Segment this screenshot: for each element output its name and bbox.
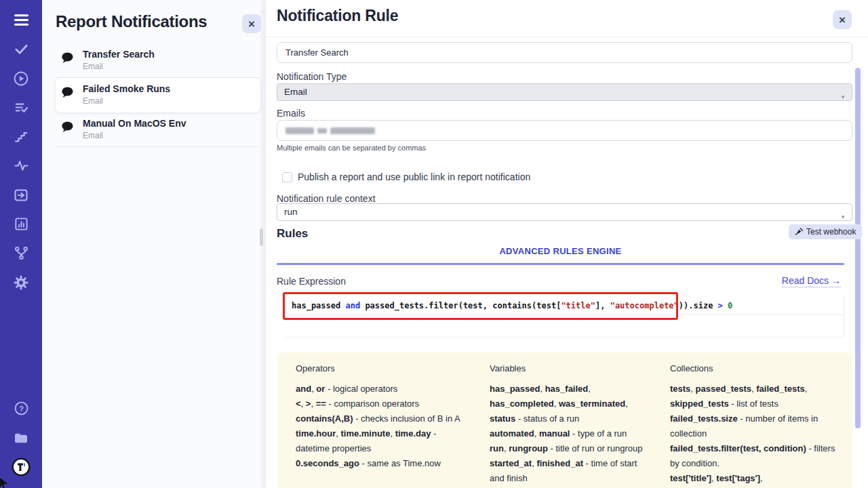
help-column-collections: Collectionstests, passed_tests, failed_t… xyxy=(670,363,840,488)
code-token: > xyxy=(718,301,728,310)
modal-title: Notification Rule xyxy=(277,7,398,25)
help-line: and, or - logical operators xyxy=(296,382,469,396)
notification-type: Email xyxy=(83,62,254,71)
code-token: "title" xyxy=(561,301,595,310)
help-column-title: Collections xyxy=(670,363,840,373)
help-circle-icon[interactable]: ? xyxy=(0,394,42,423)
help-line: test['title'], test['tags'], test['descr… xyxy=(670,471,840,488)
notification-type: Email xyxy=(83,96,254,106)
redacted-email-block xyxy=(330,127,375,134)
check-icon[interactable] xyxy=(0,35,42,64)
chevron-down-icon: ▼ xyxy=(840,89,846,106)
help-line: automated, manual - type of a run xyxy=(490,426,650,441)
help-line: failed_tests.filter(test, condition) - f… xyxy=(670,441,840,471)
folder-icon[interactable] xyxy=(0,423,42,452)
modal-scrollbar[interactable] xyxy=(855,68,861,428)
webhook-plug-icon xyxy=(795,227,803,237)
sign-in-icon[interactable] xyxy=(0,180,42,209)
emails-label: Emails xyxy=(277,108,305,119)
list-check-icon[interactable] xyxy=(0,93,42,122)
bar-chart-icon[interactable] xyxy=(0,209,42,239)
rule-expression-code[interactable]: has_passed and passed_tests.filter(test,… xyxy=(283,296,844,315)
emails-input[interactable] xyxy=(277,120,852,141)
activity-icon[interactable] xyxy=(0,151,42,180)
header-divider xyxy=(266,37,868,37)
help-column-title: Operators xyxy=(296,363,469,373)
emails-helper-text: Multiple emails can be separated by comm… xyxy=(277,144,426,152)
redacted-email-block xyxy=(317,128,327,134)
page-scrollbar[interactable] xyxy=(260,228,263,246)
publish-report-checkbox[interactable] xyxy=(282,172,292,182)
rules-help-panel: Operatorsand, or - logical operators<, >… xyxy=(277,352,852,488)
rule-context-value: run xyxy=(284,207,298,217)
code-token: "autocomplete" xyxy=(610,301,679,310)
gear-icon[interactable] xyxy=(0,268,42,297)
chevron-down-icon: ▼ xyxy=(840,209,846,226)
code-token: passed_tests.filter(test, contains(test[ xyxy=(360,301,561,310)
speech-bubble-icon xyxy=(60,51,75,68)
publish-report-label: Publish a report and use public link in … xyxy=(298,171,530,182)
help-column-title: Variables xyxy=(490,363,650,373)
test-webhook-label: Test webhook xyxy=(806,227,856,237)
sidebar-bottom-icons: ? xyxy=(0,394,42,481)
notification-title: Failed Smoke Runs xyxy=(83,83,254,94)
notification-title: Transfer Search xyxy=(83,49,254,60)
rule-expression-label: Rule Expression xyxy=(277,276,346,287)
help-line: time.hour, time.minute, time.day - datet… xyxy=(296,426,469,456)
test-webhook-button[interactable]: Test webhook xyxy=(789,224,862,239)
help-line: 0.seconds_ago - same as Time.now xyxy=(296,456,469,471)
notification-type-label: Notification Type xyxy=(277,71,347,82)
code-token: and xyxy=(345,301,360,310)
speech-bubble-icon xyxy=(60,120,75,137)
sidebar-top-icons xyxy=(0,5,42,297)
code-token: ], xyxy=(595,301,610,310)
code-token: )).size xyxy=(679,301,718,310)
help-line: failed_tests.size - number of items in c… xyxy=(670,411,840,441)
help-column-operators: Operatorsand, or - logical operators<, >… xyxy=(296,363,469,488)
notification-type-select[interactable]: Email ▼ xyxy=(277,83,852,101)
help-column-variables: Variableshas_passed, has_failed, has_com… xyxy=(490,363,650,488)
tab-advanced-rules-engine[interactable]: ADVANCED RULES ENGINE xyxy=(277,246,844,256)
menu-icon[interactable] xyxy=(0,5,42,35)
redacted-email-block xyxy=(285,127,314,134)
read-docs-link[interactable]: Read Docs → xyxy=(782,275,841,287)
modal-close-button[interactable]: × xyxy=(833,10,852,29)
help-line: started_at, finished_at - time of start … xyxy=(490,456,650,486)
rules-heading: Rules xyxy=(277,227,308,241)
notification-type: Email xyxy=(83,131,254,140)
active-tab-underline xyxy=(277,263,844,265)
panel-title: Report Notifications xyxy=(56,12,207,31)
rule-context-label: Notification rule context xyxy=(277,193,376,204)
notification-list-item[interactable]: Manual On MacOS Env Email xyxy=(56,113,260,147)
notification-title: Manual On MacOS Env xyxy=(83,118,254,129)
help-line: has_passed, has_failed, has_completed, w… xyxy=(490,382,650,426)
svg-text:?: ? xyxy=(19,405,24,413)
help-line: <, >, == - comparison operators xyxy=(296,396,469,411)
rule-expression-editor[interactable]: has_passed and passed_tests.filter(test,… xyxy=(283,296,844,338)
code-token: has_passed xyxy=(292,301,345,310)
panel-close-button[interactable]: × xyxy=(242,14,261,33)
play-circle-icon[interactable] xyxy=(0,64,42,93)
notification-rule-modal: Notification Rule × Notification Type Em… xyxy=(266,0,868,488)
speech-bubble-icon xyxy=(60,85,75,102)
rule-name-input[interactable] xyxy=(277,42,852,63)
rule-context-select[interactable]: run ▼ xyxy=(277,203,852,221)
steps-icon[interactable] xyxy=(0,122,42,151)
report-notifications-panel: Report Notifications × Transfer Search E… xyxy=(42,0,260,488)
notification-list: Transfer Search Email Failed Smoke Runs … xyxy=(56,43,260,147)
sidebar: ? xyxy=(0,0,42,488)
notification-list-item[interactable]: Failed Smoke Runs Email xyxy=(56,78,260,113)
help-line: run, rungroup - title of run or rungroup xyxy=(490,441,650,456)
help-line: tests, passed_tests, failed_tests, skipp… xyxy=(670,382,840,411)
branch-icon[interactable] xyxy=(0,239,42,268)
code-token: 0 xyxy=(728,301,732,310)
notification-type-value: Email xyxy=(284,87,307,97)
notification-list-item[interactable]: Transfer Search Email xyxy=(56,43,260,78)
logo-icon[interactable] xyxy=(0,452,42,481)
help-line: contains(A,B) - checks inclusion of B in… xyxy=(296,411,469,426)
